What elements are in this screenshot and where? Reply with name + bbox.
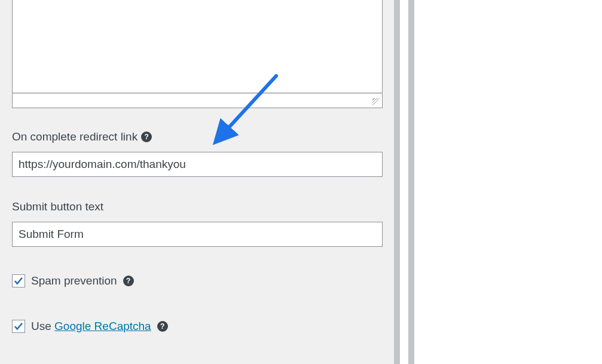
spam-prevention-label: Spam prevention <box>31 274 117 287</box>
recaptcha-row: Use Google ReCaptcha ? <box>12 320 383 333</box>
check-icon <box>13 321 24 332</box>
redirect-input[interactable] <box>12 152 383 177</box>
message-textarea[interactable] <box>12 0 383 93</box>
spam-prevention-row: Spam prevention ? <box>12 274 383 287</box>
panel-border-2 <box>408 0 414 364</box>
recaptcha-label: Use Google ReCaptcha <box>31 320 151 333</box>
help-icon[interactable]: ? <box>141 131 152 142</box>
panel-border-1 <box>394 0 400 364</box>
spam-prevention-group: Spam prevention ? <box>12 274 383 287</box>
recaptcha-label-prefix: Use <box>31 320 54 332</box>
recaptcha-link[interactable]: Google ReCaptcha <box>54 320 151 332</box>
spam-prevention-checkbox[interactable] <box>12 274 25 287</box>
textarea-wrap <box>12 0 383 108</box>
recaptcha-checkbox[interactable] <box>12 320 25 333</box>
textarea-footer <box>12 93 383 108</box>
button-text-field-group: Submit button text <box>12 200 383 247</box>
settings-panel: On complete redirect link ? Submit butto… <box>0 0 396 364</box>
help-icon[interactable]: ? <box>123 276 134 286</box>
check-icon <box>13 276 24 286</box>
button-text-label: Submit button text <box>12 200 383 213</box>
recaptcha-group: Use Google ReCaptcha ? <box>12 320 383 333</box>
redirect-field-group: On complete redirect link ? <box>12 130 383 177</box>
button-text-input[interactable] <box>12 222 383 247</box>
redirect-label: On complete redirect link ? <box>12 130 383 143</box>
redirect-label-text: On complete redirect link <box>12 130 137 143</box>
panel-gap <box>400 0 408 364</box>
button-text-label-text: Submit button text <box>12 200 103 213</box>
help-icon[interactable]: ? <box>157 321 168 332</box>
resize-handle-icon[interactable] <box>372 98 380 105</box>
